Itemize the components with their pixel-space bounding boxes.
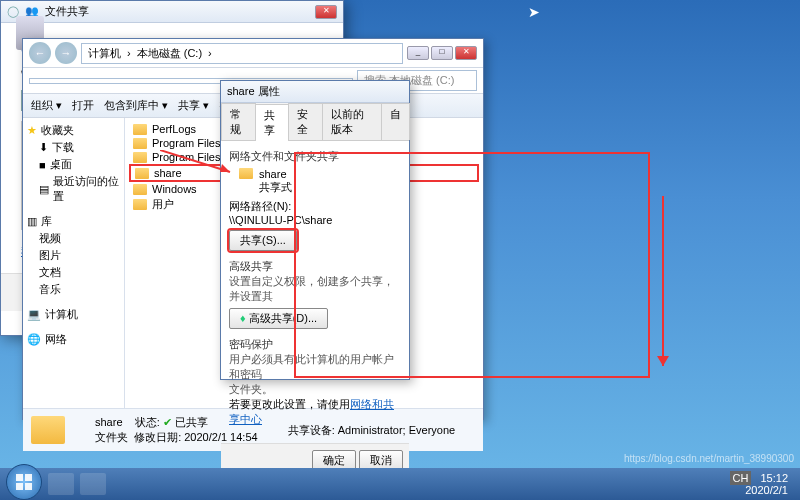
minimize-button[interactable]: _ (407, 46, 429, 60)
folder-icon (133, 184, 147, 195)
library-icon: ▥ (27, 215, 37, 228)
explorer-nav: ← → 计算机› 本地磁盘 (C:)› _ □ ✕ (23, 39, 483, 68)
tree-recent[interactable]: 最近访问的位置 (53, 174, 120, 204)
tab-security[interactable]: 安全 (288, 103, 323, 140)
pwd-desc: 用户必须具有此计算机的用户帐户和密码 (229, 352, 401, 382)
dialog-title: 文件共享 (45, 4, 89, 19)
taskbar-explorer-icon[interactable] (80, 473, 106, 495)
maximize-button[interactable]: □ (431, 46, 453, 60)
breadcrumb[interactable]: 本地磁盘 (C:) (137, 46, 202, 61)
folder-icon (133, 124, 147, 135)
folder-icon (133, 138, 147, 149)
net-share-label: 网络文件和文件夹共享 (229, 149, 401, 164)
include-menu[interactable]: 包含到库中 ▾ (104, 98, 168, 113)
tab-previous[interactable]: 以前的版本 (322, 103, 382, 140)
tab-custom[interactable]: 自 (381, 103, 410, 140)
tree-music[interactable]: 音乐 (39, 282, 61, 297)
status-date-label: 修改日期: (134, 431, 181, 443)
file-name: Program Files (152, 137, 220, 149)
organize-menu[interactable]: 组织 ▾ (31, 98, 62, 113)
share-button[interactable]: 共享(S)... (229, 230, 297, 251)
dialog-title: share 属性 (227, 84, 280, 99)
file-name: PerfLogs (152, 123, 196, 135)
check-icon: ✔ (163, 416, 172, 428)
nav-tree: ★收藏夹 ⬇下载 ■桌面 ▤最近访问的位置 ▥库 视频 图片 文档 音乐 💻计算… (23, 118, 125, 408)
folder-icon (133, 152, 147, 163)
tree-favorites[interactable]: 收藏夹 (41, 123, 74, 138)
share-name: share (259, 168, 292, 180)
tree-video[interactable]: 视频 (39, 231, 61, 246)
pwd-label: 密码保护 (229, 337, 401, 352)
svg-rect-4 (16, 474, 23, 481)
folder-icon (239, 168, 253, 179)
open-button[interactable]: 打开 (72, 98, 94, 113)
status-type: 文件夹 (95, 431, 128, 443)
path-label: 网络路径(N): (229, 199, 401, 214)
forward-button[interactable]: → (55, 42, 77, 64)
file-name: 用户 (152, 197, 174, 212)
watermark: https://blog.csdn.net/martin_38990300 (624, 453, 794, 464)
lang-indicator[interactable]: CH (730, 471, 752, 485)
network-icon: 🌐 (27, 333, 41, 346)
status-state-label: 状态: (135, 416, 160, 428)
mouse-cursor: ➤ (528, 4, 540, 20)
file-name: Windows (152, 183, 197, 195)
adv-desc: 设置自定义权限，创建多个共享，并设置其 (229, 274, 401, 304)
tree-documents[interactable]: 文档 (39, 265, 61, 280)
tree-computer[interactable]: 计算机 (45, 307, 78, 322)
tree-downloads[interactable]: 下载 (52, 140, 74, 155)
properties-dialog: share 属性 常规 共享 安全 以前的版本 自 网络文件和文件夹共享 sha… (220, 80, 410, 380)
taskbar-ie-icon[interactable] (48, 473, 74, 495)
close-button[interactable]: ✕ (315, 5, 337, 19)
svg-rect-6 (16, 483, 23, 490)
start-button[interactable] (6, 464, 42, 500)
svg-rect-5 (25, 474, 32, 481)
file-name: share (154, 167, 182, 179)
folder-icon (135, 168, 149, 179)
breadcrumb[interactable]: 计算机 (88, 46, 121, 61)
pwd-desc: 若要更改此设置，请使用 (229, 398, 350, 410)
status-state: 已共享 (175, 416, 208, 428)
star-icon: ★ (27, 124, 37, 137)
tab-general[interactable]: 常规 (221, 103, 256, 140)
download-icon: ⬇ (39, 141, 48, 154)
taskbar: CH 15:122020/2/1 (0, 468, 800, 500)
svg-marker-3 (657, 356, 669, 366)
share-state: 共享式 (259, 180, 292, 195)
computer-icon: 💻 (27, 308, 41, 321)
system-clock[interactable]: CH 15:122020/2/1 (730, 472, 794, 496)
annotation-arrow (648, 196, 678, 376)
tab-bar: 常规 共享 安全 以前的版本 自 (221, 103, 409, 141)
back-button[interactable]: ← (29, 42, 51, 64)
folder-icon (133, 199, 147, 210)
shield-icon: ♦ (240, 312, 246, 324)
adv-share-button[interactable]: ♦ 高级共享(D)... (229, 308, 328, 329)
desktop-icon: ■ (39, 159, 46, 171)
address-bar[interactable]: 计算机› 本地磁盘 (C:)› (81, 43, 403, 64)
close-button[interactable]: ✕ (455, 46, 477, 60)
recent-icon: ▤ (39, 183, 49, 196)
tree-network[interactable]: 网络 (45, 332, 67, 347)
tab-sharing[interactable]: 共享 (255, 104, 290, 141)
adv-share-label: 高级共享 (229, 259, 401, 274)
pwd-desc: 文件夹。 (229, 382, 401, 397)
windows-icon (14, 472, 34, 492)
network-path: \\QINLULU-PC\share (229, 214, 401, 226)
folder-icon (31, 416, 65, 444)
tree-libraries[interactable]: 库 (41, 214, 52, 229)
tree-pictures[interactable]: 图片 (39, 248, 61, 263)
tree-desktop[interactable]: 桌面 (50, 157, 72, 172)
svg-rect-7 (25, 483, 32, 490)
share-menu[interactable]: 共享 ▾ (178, 98, 209, 113)
status-name: share (95, 416, 123, 428)
